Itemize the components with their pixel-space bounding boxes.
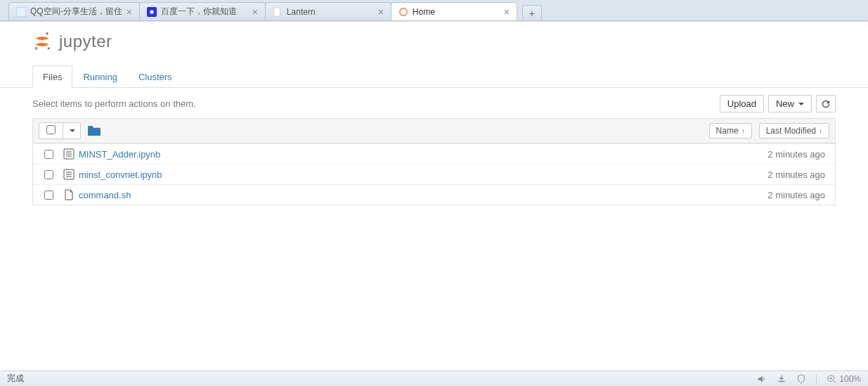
svg-point-7 [48,47,50,49]
tab-label: 百度一下，你就知道 [161,6,248,18]
refresh-icon [822,100,830,108]
notebook-icon [63,148,75,160]
tab-label: QQ空间-分享生活，留住 [30,6,122,18]
tab-label: Home [413,7,500,17]
svg-point-4 [400,8,408,15]
svg-rect-3 [274,7,280,15]
caret-down-icon [70,129,75,132]
jupyter-logo[interactable]: jupyter [32,32,112,51]
tab-files[interactable]: Files [32,65,72,88]
file-modified: 2 minutes ago [767,149,829,160]
baidu-icon [147,7,157,17]
file-row[interactable]: command.sh 2 minutes ago [33,184,835,205]
sort-name-button[interactable]: Name ↑ [709,123,752,139]
page-content: jupyter Files Running Clusters Select it… [0,21,868,205]
sort-modified-label: Last Modified [766,126,816,136]
browser-tab-qq[interactable]: QQ空间-分享生活，留住 × [8,2,140,20]
new-label: New [776,98,794,109]
tab-running[interactable]: Running [72,65,127,88]
close-icon[interactable]: × [252,6,258,18]
browser-tab-baidu[interactable]: 百度一下，你就知道 × [139,2,266,20]
file-icon [63,189,75,200]
page-icon [273,7,283,17]
new-button[interactable]: New [768,95,812,112]
toolbar: Select items to perform actions on them.… [0,88,868,118]
row-checkbox[interactable] [44,191,53,200]
instruction-text: Select items to perform actions on them. [32,98,196,109]
svg-rect-0 [16,7,26,17]
select-all-checkbox[interactable] [46,125,56,134]
notebook-icon [63,169,75,180]
select-all-dropdown[interactable] [39,122,81,139]
file-list: MINST_Adder.ipynb 2 minutes ago minst_co… [32,143,836,205]
browser-tab-lantern[interactable]: Lantern × [265,2,391,20]
upload-button[interactable]: Upload [720,95,764,112]
refresh-button[interactable] [816,95,836,112]
file-name-link[interactable]: command.sh [79,190,767,200]
svg-point-2 [150,10,153,13]
row-checkbox[interactable] [44,170,53,179]
tab-clusters[interactable]: Clusters [128,65,183,88]
file-row[interactable]: minst_convnet.ipynb 2 minutes ago [33,164,835,184]
close-icon[interactable]: × [504,6,510,18]
new-tab-button[interactable]: + [522,5,542,20]
jupyter-icon [399,7,408,17]
browser-tab-strip: QQ空间-分享生活，留住 × 百度一下，你就知道 × Lantern × Hom… [0,0,868,21]
qq-icon [16,7,26,17]
sort-modified-button[interactable]: Last Modified ↑ [759,123,829,139]
svg-point-5 [46,32,48,35]
arrow-up-icon: ↑ [741,127,745,135]
close-icon[interactable]: × [127,6,132,18]
logo-text: jupyter [59,32,112,51]
jupyter-logo-icon [32,32,52,51]
caret-down-icon [798,103,804,105]
svg-point-6 [35,47,38,50]
arrow-up-icon: ↑ [819,127,822,135]
select-dropdown-toggle[interactable] [63,123,80,139]
file-modified: 2 minutes ago [767,169,829,180]
sort-name-label: Name [716,126,739,136]
row-checkbox[interactable] [44,150,53,159]
file-modified: 2 minutes ago [767,190,829,200]
tab-label: Lantern [287,7,374,17]
notebook-tabs: Files Running Clusters [0,65,868,88]
file-list-header: Name ↑ Last Modified ↑ [32,118,836,143]
file-name-link[interactable]: minst_convnet.ipynb [79,169,767,180]
file-name-link[interactable]: MINST_Adder.ipynb [79,149,767,160]
file-row[interactable]: MINST_Adder.ipynb 2 minutes ago [33,143,835,164]
browser-tab-home[interactable]: Home × [391,2,517,20]
folder-icon[interactable] [88,126,101,136]
close-icon[interactable]: × [378,6,384,18]
